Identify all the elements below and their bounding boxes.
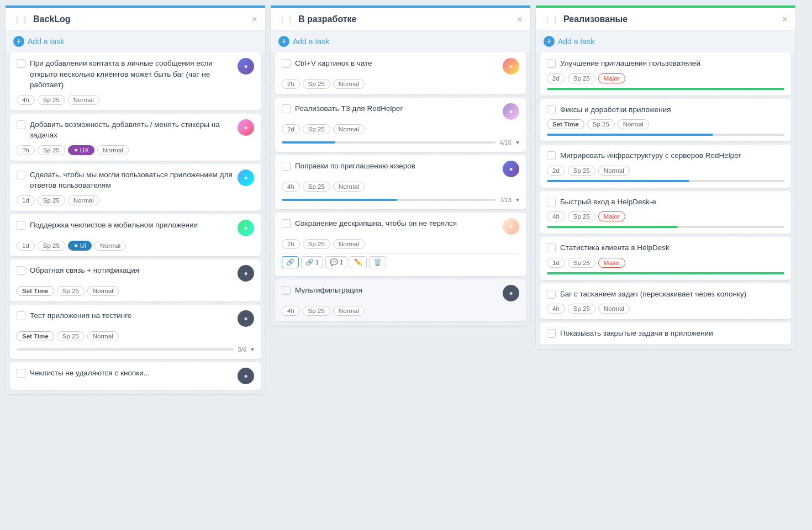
- task-card[interactable]: Поправки по приглашению юзеров●4hSp 25No…: [275, 155, 526, 209]
- expand-icon[interactable]: ▾: [516, 196, 519, 204]
- column-header: ⋮⋮BackLog×: [6, 8, 265, 30]
- task-card[interactable]: Мигрировать инфраструктуру с серверов Re…: [540, 145, 791, 188]
- task-card[interactable]: При добавлении контакта в личные сообщен…: [10, 52, 261, 110]
- task-checkbox[interactable]: [547, 243, 556, 252]
- comment-icon: 💬: [330, 258, 338, 266]
- task-tag: ?h: [17, 145, 35, 155]
- link-count: 1: [315, 259, 319, 266]
- task-checkbox[interactable]: [547, 151, 556, 160]
- task-tag: Sp 25: [303, 239, 330, 249]
- task-checkbox[interactable]: [547, 198, 556, 206]
- task-card[interactable]: Статистика клиента в HelpDesk1dSp 25Majo…: [540, 237, 791, 280]
- column-close-button[interactable]: ×: [516, 14, 523, 24]
- delete-button[interactable]: 🗑️: [369, 256, 386, 268]
- task-tag: 4h: [547, 211, 565, 221]
- task-checkbox[interactable]: [282, 104, 291, 113]
- link-button[interactable]: 🔗: [282, 256, 299, 268]
- progress-text: 4/16: [500, 139, 512, 146]
- task-card[interactable]: Баг с тасканием задач (перескакивает чер…: [540, 283, 791, 320]
- column-close-button[interactable]: ×: [251, 14, 257, 24]
- edit-icon: ✏️: [354, 258, 362, 266]
- avatar: ●: [238, 58, 254, 75]
- add-task-label: Add a task: [293, 37, 329, 46]
- edit-button[interactable]: ✏️: [350, 256, 367, 268]
- task-checkbox[interactable]: [17, 171, 25, 179]
- task-card[interactable]: Поддержка чеклистов в мобильном приложен…: [10, 214, 261, 256]
- add-task-label: Add a task: [28, 37, 64, 46]
- task-checkbox[interactable]: [547, 329, 556, 338]
- task-card[interactable]: Показывать закрытые задачи в приложении: [540, 322, 791, 344]
- task-checkbox[interactable]: [547, 290, 556, 299]
- task-card[interactable]: Ctrl+V картинок в чате●2hSp 25Normal: [275, 52, 526, 94]
- task-checkbox[interactable]: [282, 286, 291, 295]
- card-progress: [547, 272, 784, 274]
- card-tags: 2dSp 25Major: [547, 73, 784, 83]
- task-tag: Set Time: [17, 331, 54, 341]
- task-tag: Sp 25: [303, 79, 330, 89]
- drag-handle-icon[interactable]: ⋮⋮: [278, 15, 294, 24]
- task-title: Ctrl+V картинок в чате: [295, 58, 498, 69]
- task-title: Поддержка чеклистов в мобильном приложен…: [30, 220, 233, 231]
- card-top: Поправки по приглашению юзеров●: [282, 161, 519, 177]
- drag-handle-icon[interactable]: ⋮⋮: [544, 15, 559, 24]
- task-card[interactable]: Мультифильтрация●4hSp 25Normal: [275, 279, 526, 321]
- task-card[interactable]: Сделать, чтобы мы могли пользоваться при…: [10, 164, 261, 211]
- column-body: Ctrl+V картинок в чате●2hSp 25NormalРеал…: [271, 52, 530, 326]
- add-task-button[interactable]: +Add a task: [271, 30, 530, 52]
- column-close-button[interactable]: ×: [782, 14, 788, 24]
- task-checkbox[interactable]: [282, 59, 291, 68]
- task-card[interactable]: Быстрый вход в HelpDesk-е4hSp 25Major: [540, 191, 791, 234]
- task-card[interactable]: Обратная связь + нотификация●Set TimeSp …: [10, 259, 261, 301]
- drag-handle-icon[interactable]: ⋮⋮: [13, 15, 29, 24]
- avatar: ●: [503, 218, 519, 235]
- task-card[interactable]: Сохранение дескрипшна, чтобы он не терял…: [275, 213, 526, 276]
- expand-icon[interactable]: ▾: [516, 139, 519, 146]
- task-checkbox[interactable]: [17, 266, 25, 275]
- avatar: ●: [503, 103, 519, 120]
- task-tag: Normal: [333, 239, 365, 249]
- progress-bar-fill: [282, 199, 397, 201]
- card-tags: Set TimeSp 25Normal: [17, 331, 254, 341]
- card-tags: Set TimeSp 25Normal: [547, 119, 784, 129]
- task-checkbox[interactable]: [547, 105, 556, 114]
- task-title: Добавить возможность добавлять / менять …: [30, 119, 233, 141]
- avatar: ●: [503, 58, 519, 75]
- progress-bar-fill: [282, 141, 335, 144]
- task-card[interactable]: Реализовать ТЗ для RedHelper●2dSp 25Norm…: [275, 98, 526, 152]
- task-tag: Set Time: [547, 119, 584, 129]
- card-top: Мигрировать инфраструктуру с серверов Re…: [547, 150, 784, 161]
- task-tag: 4h: [17, 95, 35, 105]
- task-title: Мультифильтрация: [295, 285, 498, 296]
- comment-button[interactable]: 💬1: [325, 256, 347, 268]
- link-count-button[interactable]: 🔗1: [301, 256, 323, 268]
- task-tag: Normal: [68, 95, 99, 105]
- task-title: Обратная связь + нотификация: [30, 265, 233, 276]
- task-tag: 2d: [282, 124, 300, 134]
- task-card[interactable]: Тест приложения на тестинге●Set TimeSp 2…: [10, 305, 261, 359]
- task-checkbox[interactable]: [282, 219, 291, 228]
- card-tags: Set TimeSp 25Normal: [17, 286, 254, 296]
- task-tag: Sp 25: [303, 182, 330, 192]
- task-checkbox[interactable]: [17, 369, 25, 378]
- task-checkbox[interactable]: [17, 59, 25, 68]
- task-tag: Normal: [94, 241, 126, 251]
- add-task-button[interactable]: +Add a task: [6, 30, 265, 52]
- card-top: Реализовать ТЗ для RedHelper●: [282, 103, 519, 120]
- task-card[interactable]: Чеклисты не удаляются с кнопки...●: [10, 362, 261, 390]
- progress-bar-fill: [547, 180, 689, 182]
- task-card[interactable]: Фиксы и доработки приложенияSet TimeSp 2…: [540, 99, 791, 142]
- task-checkbox[interactable]: [17, 221, 25, 230]
- task-checkbox[interactable]: [547, 59, 556, 68]
- expand-icon[interactable]: ▾: [251, 346, 254, 353]
- task-tag: 1d: [17, 241, 35, 251]
- task-card[interactable]: Улучшение приглашения пользователей2dSp …: [540, 52, 791, 96]
- task-card[interactable]: Добавить возможность добавлять / менять …: [10, 114, 261, 161]
- task-tag: 4h: [282, 182, 300, 192]
- task-tag: Sp 25: [57, 286, 85, 296]
- task-tag: 4h: [547, 304, 565, 314]
- comment-count: 1: [340, 259, 343, 266]
- task-checkbox[interactable]: [282, 162, 291, 171]
- task-checkbox[interactable]: [17, 311, 25, 320]
- task-checkbox[interactable]: [17, 120, 25, 129]
- add-task-button[interactable]: +Add a task: [536, 30, 795, 52]
